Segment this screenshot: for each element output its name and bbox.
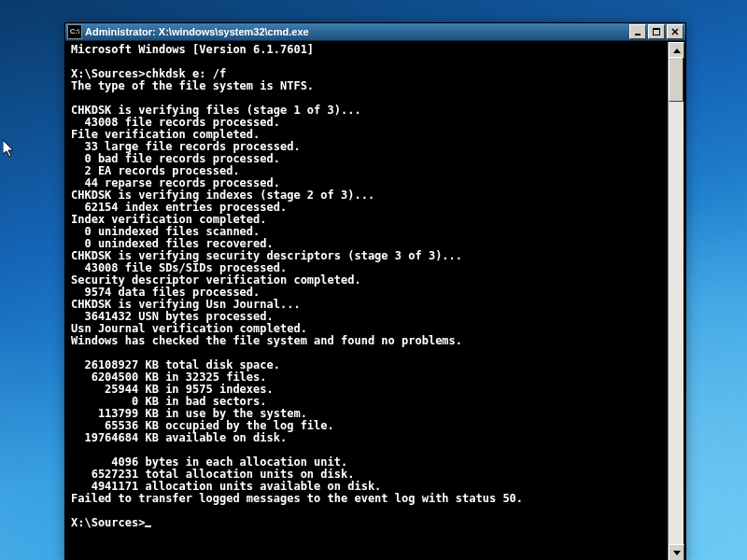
cmd-icon: C:\ — [67, 24, 82, 39]
scroll-thumb[interactable] — [669, 57, 684, 102]
close-button[interactable] — [667, 24, 684, 39]
chevron-down-icon — [673, 551, 681, 555]
mouse-cursor-icon — [3, 140, 18, 161]
chevron-up-icon — [673, 49, 681, 53]
vertical-scrollbar[interactable] — [668, 42, 684, 560]
minimize-button[interactable] — [629, 24, 646, 39]
window-title: Administrator: X:\windows\system32\cmd.e… — [85, 26, 629, 37]
window-controls — [629, 24, 684, 39]
titlebar[interactable]: C:\ Administrator: X:\windows\system32\c… — [65, 23, 685, 41]
maximize-button[interactable] — [648, 24, 665, 39]
svg-rect-0 — [635, 34, 641, 35]
client-area: Microsoft Windows [Version 6.1.7601] X:\… — [67, 42, 684, 560]
scroll-down-button[interactable] — [669, 544, 684, 560]
svg-marker-5 — [3, 140, 13, 157]
scroll-track[interactable] — [669, 57, 684, 546]
svg-rect-2 — [653, 28, 660, 30]
cmd-window: C:\ Administrator: X:\windows\system32\c… — [64, 22, 686, 560]
text-cursor — [145, 525, 151, 527]
console-output[interactable]: Microsoft Windows [Version 6.1.7601] X:\… — [67, 42, 668, 560]
